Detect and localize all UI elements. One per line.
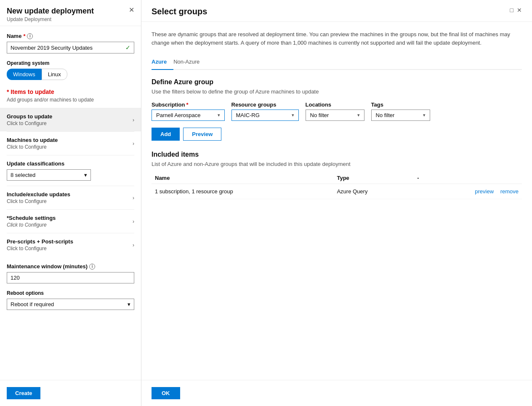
left-content: Name * i November 2019 Security Updates … [0, 26, 141, 380]
reboot-section: Reboot options Reboot if required ▾ [7, 290, 134, 310]
name-info-icon[interactable]: i [27, 33, 33, 39]
maintenance-info-icon[interactable]: i [89, 264, 95, 270]
row-actions: preview remove [414, 184, 522, 199]
groups-chevron-icon: › [133, 117, 134, 123]
schedule-sub: Click to Configure [7, 222, 56, 228]
filter-subscription: Subscription * Parnell Aerospace ▾ [152, 102, 225, 121]
maximize-button[interactable]: □ [510, 7, 513, 13]
machines-chevron-icon: › [133, 141, 134, 147]
col-type: Type [333, 172, 414, 184]
items-subtitle: Add groups and/or machines to update [7, 97, 134, 103]
define-heading: Define Azure group [152, 78, 522, 86]
machines-sub: Click to Configure [7, 144, 58, 150]
filter-resource-groups: Resource groups MAIC-RG ▾ [231, 102, 299, 121]
left-panel: New update deployment Update Deployment … [0, 0, 141, 406]
os-windows-button[interactable]: Windows [7, 69, 42, 80]
name-input[interactable]: November 2019 Security Updates ✓ [7, 42, 134, 53]
reboot-dropdown-icon: ▾ [128, 301, 130, 307]
reboot-label: Reboot options [7, 290, 134, 296]
table-header: Name Type - [152, 172, 522, 184]
filter-tags: Tags No filter ▾ [371, 102, 430, 121]
right-panel: Select groups □ ✕ These are dynamic grou… [141, 0, 532, 406]
preview-button[interactable]: Preview [183, 128, 221, 141]
create-button[interactable]: Create [7, 387, 40, 399]
filters-row: Subscription * Parnell Aerospace ▾ Resou… [152, 102, 522, 121]
include-exclude-chevron-icon: › [133, 195, 134, 201]
reboot-select[interactable]: Reboot if required ▾ [7, 299, 134, 310]
left-header-text: New update deployment Update Deployment [7, 7, 94, 22]
include-exclude-sub: Click to Configure [7, 198, 70, 204]
right-footer: OK [141, 380, 532, 406]
resource-groups-dropdown[interactable]: MAIC-RG ▾ [231, 110, 299, 121]
action-buttons: Add Preview [152, 128, 522, 141]
maintenance-label: Maintenance window (minutes) i [7, 263, 134, 270]
classifications-title: Update classifications [7, 160, 91, 167]
items-section-title: * Items to update [7, 88, 134, 95]
right-panel-title: Select groups [152, 7, 207, 21]
maintenance-input[interactable]: 120 [7, 272, 134, 283]
info-text: These are dynamic groups that are resolv… [152, 30, 522, 47]
classifications-select[interactable]: 8 selected ▾ [7, 169, 91, 181]
os-field-row: Operating system Windows Linux [7, 60, 134, 80]
panel-title: New update deployment [7, 7, 94, 16]
filter-locations: Locations No filter ▾ [306, 102, 364, 121]
included-heading: Included items [152, 151, 522, 158]
subscription-dropdown-icon: ▾ [218, 112, 220, 118]
name-label: Name * i [7, 33, 134, 39]
groups-sub: Click to Configure [7, 120, 52, 126]
panel-subtitle: Update Deployment [7, 16, 94, 22]
right-header-actions: □ ✕ [510, 7, 522, 13]
locations-dropdown[interactable]: No filter ▾ [306, 110, 364, 121]
define-desc: Use the filters below to define the grou… [152, 88, 522, 95]
right-header: Select groups □ ✕ [141, 0, 532, 22]
tags-dropdown-icon: ▾ [423, 112, 426, 118]
nav-item-classifications[interactable]: Update classifications 8 selected ▾ [7, 155, 134, 186]
os-linux-button[interactable]: Linux [42, 69, 67, 80]
nav-item-groups[interactable]: Groups to update Click to Configure › [0, 108, 141, 131]
add-button[interactable]: Add [152, 128, 180, 141]
maintenance-section: Maintenance window (minutes) i 120 [7, 263, 134, 283]
nav-item-scripts[interactable]: Pre-scripts + Post-scripts Click to Conf… [7, 233, 134, 256]
os-label: Operating system [7, 60, 134, 66]
col-name: Name [152, 172, 333, 184]
classifications-dropdown-icon: ▾ [84, 172, 87, 178]
row-type: Azure Query [333, 184, 414, 199]
ok-button[interactable]: OK [152, 387, 180, 399]
right-content: These are dynamic groups that are resolv… [141, 22, 532, 380]
close-right-panel-button[interactable]: ✕ [517, 7, 522, 13]
included-items-table: Name Type - 1 subscription, 1 resource g… [152, 172, 522, 199]
schedule-title: *Schedule settings [7, 215, 56, 221]
os-toggle: Windows Linux [7, 69, 134, 80]
left-footer: Create [0, 380, 141, 406]
groups-title: Groups to update [7, 113, 52, 120]
include-exclude-title: Include/exclude updates [7, 191, 70, 198]
nav-item-machines[interactable]: Machines to update Click to Configure › [7, 131, 134, 155]
left-header: New update deployment Update Deployment … [0, 0, 141, 26]
schedule-chevron-icon: › [133, 219, 134, 224]
tags-dropdown[interactable]: No filter ▾ [371, 110, 430, 121]
close-left-panel-button[interactable]: ✕ [129, 7, 134, 13]
subscription-dropdown[interactable]: Parnell Aerospace ▾ [152, 110, 225, 121]
resource-groups-dropdown-icon: ▾ [292, 112, 294, 118]
row-name: 1 subscription, 1 resource group [152, 184, 333, 199]
preview-link[interactable]: preview [475, 188, 494, 195]
name-field-row: Name * i November 2019 Security Updates … [7, 33, 134, 53]
nav-item-schedule[interactable]: *Schedule settings Click to Configure › [7, 209, 134, 233]
table-body: 1 subscription, 1 resource group Azure Q… [152, 184, 522, 199]
locations-dropdown-icon: ▾ [357, 112, 360, 118]
included-desc: List of Azure and non-Azure groups that … [152, 161, 522, 167]
nav-item-include-exclude[interactable]: Include/exclude updates Click to Configu… [7, 186, 134, 209]
remove-link[interactable]: remove [500, 188, 519, 195]
name-check-icon: ✓ [125, 44, 130, 51]
col-actions: - [414, 172, 522, 184]
table-row: 1 subscription, 1 resource group Azure Q… [152, 184, 522, 199]
scripts-chevron-icon: › [133, 242, 134, 248]
tab-azure[interactable]: Azure [152, 55, 173, 70]
scripts-title: Pre-scripts + Post-scripts [7, 238, 73, 245]
tabs: Azure Non-Azure [152, 55, 522, 70]
tab-non-azure[interactable]: Non-Azure [173, 55, 206, 70]
machines-title: Machines to update [7, 137, 58, 143]
scripts-sub: Click to Configure [7, 246, 73, 251]
